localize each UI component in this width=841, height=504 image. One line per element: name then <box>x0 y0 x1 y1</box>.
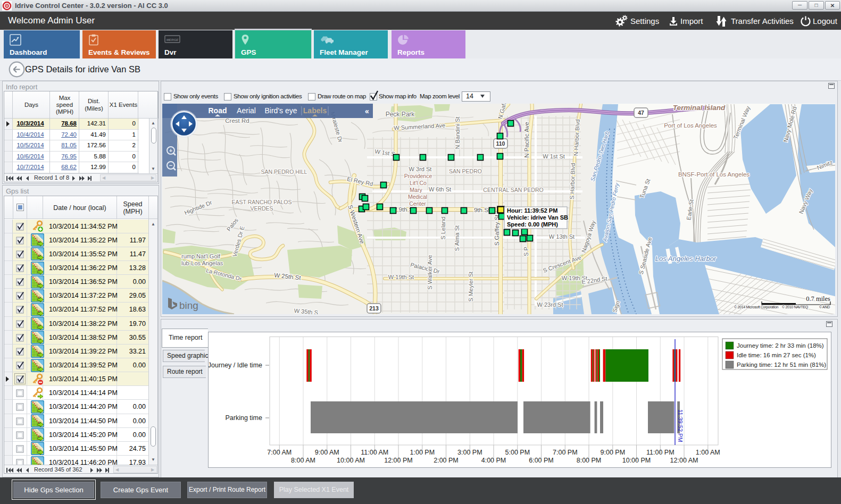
svg-text:10:00 AM: 10:00 AM <box>337 457 365 464</box>
svg-text:11:00 AM: 11:00 AM <box>361 449 388 456</box>
svg-text:Speed: 0.00 (MPH): Speed: 0.00 (MPH) <box>507 221 558 228</box>
svg-text:N Bandini St: N Bandini St <box>454 116 461 149</box>
svg-text:Mary: Mary <box>410 187 422 193</box>
svg-text:W 1st St: W 1st St <box>543 153 565 159</box>
svg-text:1:00 PM: 1:00 PM <box>410 449 435 456</box>
svg-text:Vehicle: idrive Van SB: Vehicle: idrive Van SB <box>507 214 568 221</box>
svg-text:W 3rd St: W 3rd St <box>409 166 432 172</box>
svg-text:BNSF-Port of Los Angeles: BNSF-Port of Los Angeles <box>678 171 750 178</box>
svg-text:bing: bing <box>179 300 198 311</box>
svg-text:© 2014 Microsoft Corporation: © 2014 Microsoft Corporation <box>734 305 779 309</box>
svg-text:213: 213 <box>369 305 379 312</box>
svg-text:1:00 AM: 1:00 AM <box>696 449 720 456</box>
svg-text:Aerial: Aerial <box>237 106 256 115</box>
svg-text:Crest Rd: Crest Rd <box>225 117 249 124</box>
svg-text:+: + <box>169 147 172 154</box>
svg-text:Journey / Idle time: Journey / Idle time <box>209 362 262 369</box>
svg-text:9:00 AM: 9:00 AM <box>315 449 339 456</box>
svg-text:V﻿ERDES: V﻿ERDES <box>250 205 273 212</box>
svg-text:Providence: Providence <box>404 173 432 179</box>
svg-text:E﻿AST R﻿ANCHO P﻿ALOS: E﻿AST R﻿ANCHO P﻿ALOS <box>232 199 292 205</box>
svg-text:S Leland: S Leland <box>440 216 446 239</box>
svg-text:Medical: Medical <box>408 194 427 200</box>
svg-text:6:00 PM: 6:00 PM <box>529 457 554 464</box>
svg-text:5:00 PM: 5:00 PM <box>505 449 530 456</box>
svg-text:«: « <box>365 107 369 115</box>
svg-text:9th St: 9th St <box>474 207 490 213</box>
svg-text:0.7 miles: 0.7 miles <box>806 295 830 303</box>
svg-text:lub-Los Angelas: lub-Los Angelas <box>181 260 223 266</box>
svg-text:W 23rd St: W 23rd St <box>537 301 563 308</box>
svg-text:10:00 PM: 10:00 PM <box>622 457 651 464</box>
svg-text:47: 47 <box>638 110 644 116</box>
svg-text:Parking time: 12 hr 51 min (81: Parking time: 12 hr 51 min (81%) <box>737 362 826 368</box>
svg-text:9:00 PM: 9:00 PM <box>601 449 626 456</box>
svg-text:7:00 AM: 7:00 AM <box>267 449 292 456</box>
svg-text:Port of Los Angeles: Port of Los Angeles <box>664 122 717 129</box>
svg-text:© AND: © AND <box>819 305 830 309</box>
svg-text:8:00 AM: 8:00 AM <box>291 457 315 464</box>
svg-text:2:00 PM: 2:00 PM <box>434 457 459 464</box>
svg-text:W 19th St: W 19th St <box>388 274 414 280</box>
svg-text:W 6th St: W 6th St <box>429 186 451 192</box>
svg-text:12:00 AM: 12:00 AM <box>670 457 698 464</box>
svg-text:7:00 PM: 7:00 PM <box>553 449 578 456</box>
svg-text:S Harbor Blvd: S Harbor Blvd <box>569 163 576 199</box>
svg-text:S P: S P <box>523 247 529 256</box>
svg-text:S Walker Ave: S Walker Ave <box>427 255 433 289</box>
svg-text:Road: Road <box>209 106 227 115</box>
svg-text:8:00 PM: 8:00 PM <box>577 457 602 464</box>
svg-text:S﻿AN P﻿EDRO H﻿ILL: S﻿AN P﻿EDRO H﻿ILL <box>261 169 307 175</box>
svg-text:Hour: 11:39:52 PM: Hour: 11:39:52 PM <box>507 207 557 214</box>
svg-text:3:00 PM: 3:00 PM <box>457 449 482 456</box>
svg-text:11:00 PM: 11:00 PM <box>646 449 675 456</box>
svg-text:Parking time: Parking time <box>226 414 263 422</box>
svg-text:© 2010 NAVTEQ: © 2010 NAVTEQ <box>782 305 809 309</box>
svg-text:11:39:52 PM: 11:39:52 PM <box>677 409 684 442</box>
svg-text:Labels: Labels <box>303 106 327 115</box>
svg-text:S Meyler St: S Meyler St <box>468 272 474 302</box>
svg-text:C﻿ENTRAL S﻿AN P﻿EDRO: C﻿ENTRAL S﻿AN P﻿EDRO <box>483 187 543 193</box>
svg-text:Terminal Island: Terminal Island <box>673 104 726 112</box>
svg-text:Los Angeles Harbor: Los Angeles Harbor <box>655 255 717 263</box>
svg-text:110: 110 <box>496 140 505 147</box>
svg-text:4:00 PM: 4:00 PM <box>481 457 506 464</box>
svg-text:Journey time: 2 hr 33 min (18%: Journey time: 2 hr 33 min (18%) <box>737 342 824 349</box>
svg-text:S﻿AN P﻿EDRO: S﻿AN P﻿EDRO <box>449 168 482 174</box>
svg-text:N Pacific Ave: N Pacific Ave <box>523 122 530 158</box>
svg-text:Bird's eye: Bird's eye <box>264 106 297 115</box>
svg-text:Lit'l Co: Lit'l Co <box>410 180 427 186</box>
svg-text:12:00 PM: 12:00 PM <box>384 457 413 464</box>
svg-text:Idle time: 16 min 27 sec (1%): Idle time: 16 min 27 sec (1%) <box>737 352 816 358</box>
svg-text:Peck Park: Peck Park <box>386 111 415 118</box>
svg-text:W 13th St: W 13th St <box>549 233 574 240</box>
svg-text:S Alma St: S Alma St <box>454 225 460 251</box>
svg-text:rump Nat'l Golf: rump Nat'l Golf <box>181 253 221 259</box>
svg-text:MERGE: MERGE <box>166 38 179 41</box>
svg-text:−: − <box>169 162 172 169</box>
